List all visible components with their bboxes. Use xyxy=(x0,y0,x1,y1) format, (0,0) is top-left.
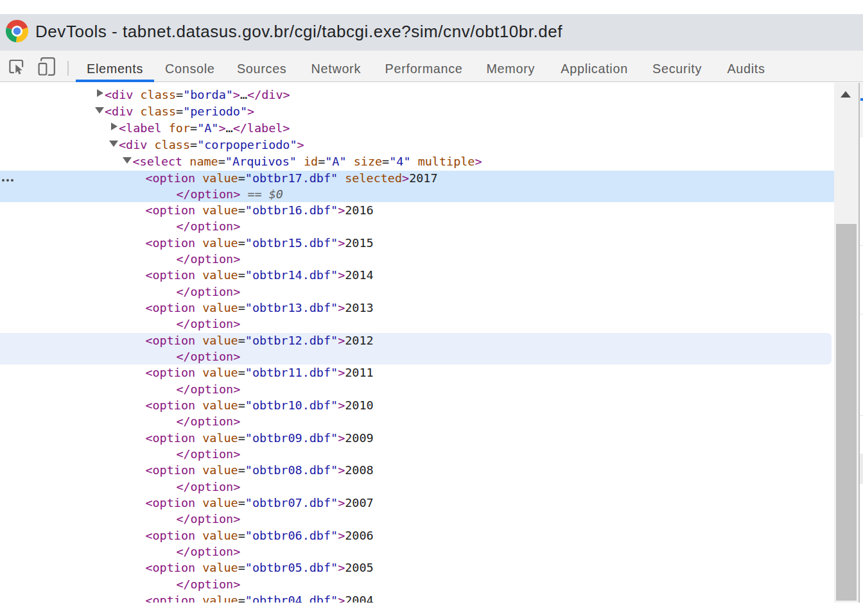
token-val: "obtbr14.dbf" xyxy=(245,268,338,282)
expand-arrow-icon[interactable] xyxy=(97,89,103,97)
token-plain: 2005 xyxy=(345,561,373,574)
expand-arrow-icon[interactable] xyxy=(111,123,118,130)
tab-sources[interactable]: Sources xyxy=(226,51,298,81)
tree-row[interactable]: <option value="obtbr12.dbf">2012 xyxy=(145,332,373,348)
token-attr: value xyxy=(202,529,238,542)
token-plain: = xyxy=(238,236,245,250)
token-attr: value xyxy=(202,431,238,445)
tree-row[interactable]: <div class="borda">…</div> xyxy=(105,87,290,103)
tab-memory[interactable]: Memory xyxy=(473,51,548,81)
tree-row[interactable]: </option> xyxy=(176,543,240,560)
tab-performance[interactable]: Performance xyxy=(374,51,474,81)
tree-row[interactable]: <option value="obtbr16.dbf">2016 xyxy=(145,202,373,218)
tree-row[interactable]: </option> == $0 xyxy=(176,186,283,202)
token-tag: > xyxy=(338,463,345,477)
token-attr: value xyxy=(202,236,238,250)
tree-row[interactable]: </option> xyxy=(176,381,240,397)
tree-row[interactable]: <div class="periodo"> xyxy=(105,103,254,119)
token-tag: > xyxy=(338,334,345,347)
tree-row[interactable]: </option> xyxy=(176,511,240,527)
tree-row[interactable]: </option> xyxy=(176,576,240,592)
token-plain xyxy=(133,88,140,101)
token-hint: == $0 xyxy=(247,187,283,201)
token-tag: > xyxy=(338,431,345,445)
token-plain: = xyxy=(238,171,245,185)
tree-row[interactable]: <option value="obtbr11.dbf">2011 xyxy=(145,364,373,381)
scrollbar-up-arrow-icon[interactable] xyxy=(841,91,851,98)
tree-row[interactable]: <option value="obtbr14.dbf">2014 xyxy=(145,267,373,283)
tree-row[interactable]: </option> xyxy=(176,218,240,234)
styles-tab-underline xyxy=(860,98,863,101)
tree-row[interactable]: <select name="Arquivos" id="A" size="4" … xyxy=(133,153,482,169)
tree-row[interactable]: <label for="A">…</label> xyxy=(119,120,290,136)
token-tag: <option xyxy=(145,496,195,509)
panel-tabs: ElementsConsoleSourcesNetworkPerformance… xyxy=(76,51,779,81)
tree-row[interactable]: <option value="obtbr10.dbf">2010 xyxy=(145,397,373,413)
tab-console[interactable]: Console xyxy=(154,51,226,81)
tree-row[interactable]: <option value="obtbr09.dbf">2009 xyxy=(145,430,373,446)
dom-tree-panel[interactable]: <div class="borda">…</div><div class="pe… xyxy=(0,83,834,603)
tree-row[interactable]: </option> xyxy=(176,413,240,429)
token-val: "A" xyxy=(197,121,218,135)
tab-network[interactable]: Network xyxy=(298,51,374,81)
collapse-arrow-icon[interactable] xyxy=(123,157,132,164)
token-tag: <option xyxy=(145,398,195,412)
token-plain: = xyxy=(176,105,183,118)
tree-row[interactable]: <option value="obtbr15.dbf">2015 xyxy=(145,235,373,251)
inspect-element-icon[interactable] xyxy=(9,59,26,76)
styles-sidebar-separator xyxy=(860,245,863,246)
token-attr: class xyxy=(141,105,177,118)
token-plain: 2012 xyxy=(345,334,373,347)
tree-row[interactable]: <option value="obtbr08.dbf">2008 xyxy=(145,462,373,478)
tree-row[interactable]: </option> xyxy=(176,316,240,332)
token-plain: 2006 xyxy=(345,529,373,542)
token-tag: <option xyxy=(145,301,195,314)
token-tag: <option xyxy=(145,171,195,185)
node-menu-ellipsis-icon[interactable] xyxy=(2,179,16,182)
scrollbar-thumb[interactable] xyxy=(836,224,857,601)
styles-sidebar-sliver xyxy=(860,83,863,603)
token-tag: </option> xyxy=(176,285,240,298)
token-plain: 2016 xyxy=(345,203,373,217)
tree-row[interactable]: </option> xyxy=(176,284,240,300)
token-plain xyxy=(195,236,202,250)
tree-row[interactable]: <option value="obtbr06.dbf">2006 xyxy=(145,527,373,543)
tab-audits[interactable]: Audits xyxy=(713,51,779,81)
token-attr: value xyxy=(202,268,238,282)
tree-row[interactable]: <option value="obtbr07.dbf">2007 xyxy=(145,495,373,511)
tree-row[interactable]: </option> xyxy=(176,446,240,462)
token-plain xyxy=(195,171,202,185)
token-plain xyxy=(195,203,202,217)
token-attr: value xyxy=(202,334,238,347)
token-tag: </option> xyxy=(176,187,240,201)
tree-row[interactable]: <div class="corpoperiodo"> xyxy=(119,137,304,153)
token-plain: = xyxy=(238,203,245,217)
styles-sidebar-tabbar-sliver xyxy=(860,83,863,138)
collapse-arrow-icon[interactable] xyxy=(95,107,104,114)
tree-row[interactable]: <option value="obtbr04.dbf">2004 xyxy=(145,592,373,603)
token-tag: <label xyxy=(119,121,162,135)
tab-security[interactable]: Security xyxy=(641,51,713,81)
collapse-arrow-icon[interactable] xyxy=(109,141,118,147)
token-tag: </option> xyxy=(176,252,240,266)
tree-row[interactable]: </option> xyxy=(176,251,240,267)
token-plain: = xyxy=(238,431,245,445)
device-toolbar-icon[interactable] xyxy=(37,56,57,77)
styles-sidebar-separator xyxy=(860,415,863,416)
token-plain: = xyxy=(238,268,245,282)
tree-row[interactable]: <option value="obtbr13.dbf">2013 xyxy=(145,300,373,316)
tree-row[interactable]: <option value="obtbr17.dbf" selected>201… xyxy=(145,170,437,186)
token-plain: = xyxy=(238,334,245,347)
token-plain: 2004 xyxy=(345,594,373,603)
token-plain xyxy=(338,171,345,185)
tree-row[interactable]: </option> xyxy=(176,348,240,364)
token-attr: id xyxy=(304,155,318,168)
tree-row[interactable]: <option value="obtbr05.dbf">2005 xyxy=(145,560,373,576)
token-plain xyxy=(133,105,140,118)
tab-application[interactable]: Application xyxy=(548,51,641,81)
token-plain: = xyxy=(382,155,389,168)
token-plain: = xyxy=(218,155,225,168)
token-plain: = xyxy=(238,463,245,477)
tree-row[interactable]: </option> xyxy=(176,479,240,495)
tab-elements[interactable]: Elements xyxy=(76,51,154,81)
